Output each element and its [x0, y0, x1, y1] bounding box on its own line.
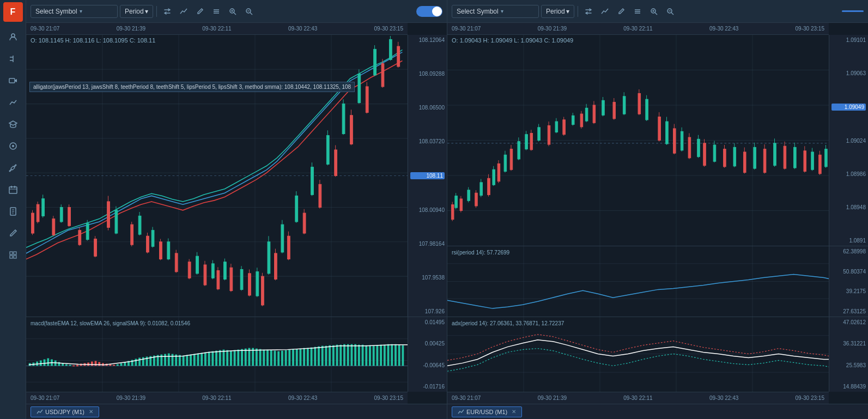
right-main-canvas: 09-30 21:07 09-30 21:39 09-30 22:11 09-3…: [447, 23, 868, 246]
left-price-2: 108.06500: [410, 105, 445, 111]
right-zoomin-button[interactable]: [647, 5, 661, 17]
svg-rect-227: [329, 345, 331, 366]
svg-rect-182: [164, 354, 166, 366]
left-sub-time-1: 09-30 21:39: [117, 395, 145, 401]
sidebar-icon-grid[interactable]: [3, 245, 23, 265]
sidebar-icon-tools[interactable]: [3, 158, 23, 178]
left-price-7: 107.926: [410, 308, 445, 314]
svg-rect-226: [325, 346, 327, 366]
left-price-axis: 108.12064 108.09288 108.06500 108.03720 …: [408, 35, 447, 317]
left-swap-button[interactable]: [160, 5, 174, 17]
right-adx-time-3: 09-30 22:43: [709, 395, 738, 401]
svg-rect-233: [350, 344, 353, 366]
svg-rect-230: [339, 345, 342, 366]
right-sep1: [578, 6, 578, 17]
svg-rect-194: [208, 352, 210, 366]
svg-rect-189: [190, 355, 192, 366]
svg-rect-236: [362, 345, 364, 366]
svg-rect-298: [688, 137, 691, 158]
sidebar-icon-education[interactable]: [3, 114, 23, 134]
sidebar-icon-calendar[interactable]: [3, 180, 23, 199]
left-toolbar: Select Symbol ▾ Period ▾: [26, 0, 447, 23]
right-main-chart[interactable]: 09-30 21:07 09-30 21:39 09-30 22:11 09-3…: [447, 23, 868, 246]
right-adx-canvas: adx(period 14): 27.06361, 33.76871, 12.7…: [447, 317, 868, 404]
svg-rect-280: [530, 133, 533, 150]
svg-rect-225: [321, 346, 324, 366]
svg-rect-322: [504, 155, 507, 171]
right-symbol-arrow: ▾: [501, 8, 503, 14]
svg-rect-238: [369, 345, 371, 366]
svg-rect-107: [167, 242, 170, 259]
left-zoomout-button[interactable]: [242, 5, 256, 17]
right-indicators-button[interactable]: [630, 5, 645, 17]
svg-rect-17: [10, 256, 13, 258]
left-chart-canvas: 09-30 21:07 09-30 21:39 09-30 22:11 09-3…: [26, 23, 447, 317]
left-zoomin-button[interactable]: [226, 5, 240, 17]
sidebar-icon-video[interactable]: [3, 71, 23, 90]
svg-rect-191: [197, 354, 199, 366]
left-indicators-button[interactable]: [209, 5, 223, 17]
svg-rect-186: [179, 355, 181, 366]
right-rsi-chart[interactable]: rsi(period 14): 57.72699: [447, 246, 868, 317]
right-zoomout-button[interactable]: [663, 5, 677, 17]
svg-point-0: [11, 34, 15, 37]
left-chart-tab[interactable]: USD/JPY (M1) ✕: [31, 406, 99, 417]
left-time-2: 09-30 22:11: [202, 26, 231, 32]
right-adx-time-0: 09-30 21:07: [452, 395, 481, 401]
svg-rect-356: [794, 147, 797, 168]
left-macd-svg: [26, 317, 408, 404]
left-period-button[interactable]: Period ▾: [120, 5, 153, 18]
svg-rect-4: [9, 78, 15, 83]
left-macd-chart[interactable]: macd(fasteEMA 12, slowEMA 26, signalSMA …: [26, 317, 447, 404]
svg-rect-169: [117, 364, 119, 366]
sidebar-icon-chart[interactable]: [3, 93, 23, 112]
right-time-0: 09-30 21:07: [452, 26, 481, 32]
left-draw-button[interactable]: [193, 5, 207, 17]
right-swap-button[interactable]: [581, 5, 596, 17]
left-tab-close[interactable]: ✕: [89, 409, 93, 415]
sidebar-icon-user[interactable]: [3, 27, 23, 47]
left-time-4: 09-30 23:15: [374, 26, 403, 32]
svg-rect-211: [270, 350, 272, 366]
svg-rect-200: [230, 351, 232, 366]
right-ohlc-info: O: 1.09043 H: 1.09049 L: 1.09043 C: 1.09…: [452, 37, 573, 44]
right-price-axis: 1.09101 1.09063 1.09049 1.09024 1.08986 …: [829, 35, 868, 246]
left-sync-toggle[interactable]: [416, 6, 442, 17]
svg-rect-247: [402, 345, 404, 366]
right-adx-p3: 14.88439: [831, 384, 866, 390]
left-linechart-button[interactable]: [177, 5, 191, 17]
left-macd-p0: 0.01495: [410, 319, 445, 325]
right-linechart-button[interactable]: [598, 5, 612, 17]
right-line-indicator: [842, 10, 864, 12]
sidebar-icon-scale[interactable]: [3, 49, 23, 69]
right-adx-label: adx(period 14): 27.06361, 33.76871, 12.7…: [452, 320, 564, 326]
right-adx-chart[interactable]: adx(period 14): 27.06361, 33.76871, 12.7…: [447, 317, 868, 404]
left-sub-time-2: 09-30 22:11: [202, 395, 231, 401]
svg-rect-237: [365, 345, 367, 366]
svg-point-6: [12, 145, 14, 147]
left-sep1: [156, 6, 157, 17]
right-tab-close[interactable]: ✕: [512, 409, 516, 415]
right-chart-tab[interactable]: EUR/USD (M1) ✕: [452, 406, 522, 417]
right-rsi-axis: 62.38998 50.80374 39.2175 27.63125: [829, 246, 868, 317]
svg-rect-187: [183, 356, 185, 366]
right-adx-time-2: 09-30 22:11: [623, 395, 652, 401]
sidebar-icon-games[interactable]: [3, 136, 23, 156]
svg-rect-209: [263, 350, 265, 366]
app-logo[interactable]: F: [3, 2, 23, 22]
right-price-3: 1.08986: [831, 171, 866, 177]
right-symbol-select[interactable]: Select Symbol ▾: [452, 5, 539, 18]
svg-rect-184: [172, 354, 174, 366]
svg-rect-69: [217, 271, 220, 289]
sidebar-icon-pencil[interactable]: [3, 223, 23, 243]
svg-rect-202: [237, 350, 239, 366]
svg-rect-198: [223, 350, 225, 366]
left-symbol-select[interactable]: Select Symbol ▾: [31, 5, 118, 18]
left-main-chart[interactable]: 09-30 21:07 09-30 21:39 09-30 22:11 09-3…: [26, 23, 447, 317]
svg-rect-183: [168, 354, 170, 366]
right-period-button[interactable]: Period ▾: [541, 5, 574, 18]
sidebar-icon-document[interactable]: [3, 202, 23, 221]
left-macd-price-axis: 0.01495 0.00425 -0.00645 -0.01716: [408, 317, 447, 392]
right-draw-button[interactable]: [614, 5, 628, 17]
svg-rect-244: [391, 344, 393, 366]
